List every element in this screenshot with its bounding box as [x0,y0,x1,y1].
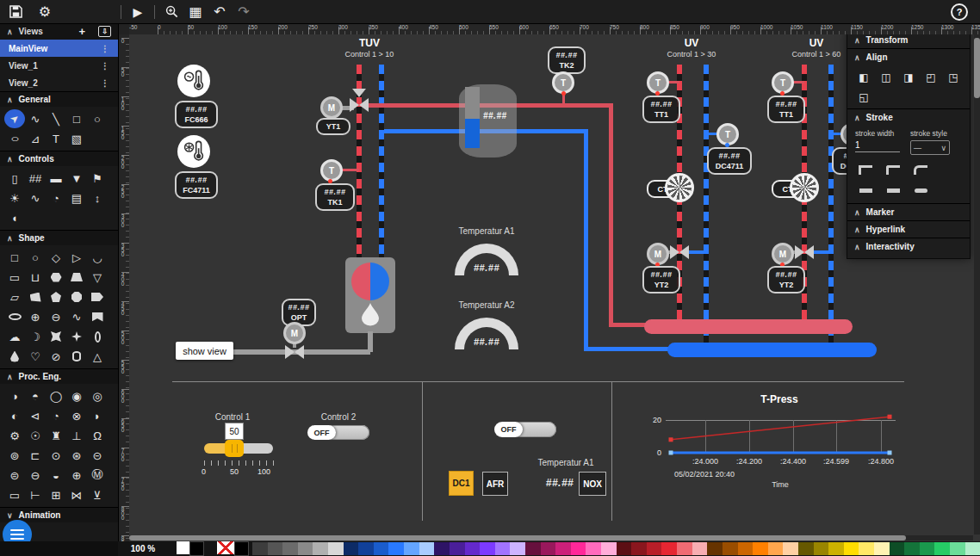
proc-valve-assembly[interactable]: ⊻ [87,485,108,504]
nox-button[interactable]: NOX [579,472,606,496]
column-title-tuv[interactable]: TUV [335,37,404,49]
color-swatch[interactable] [480,542,495,555]
color-swatch[interactable] [358,542,374,555]
stroke-style-select[interactable]: —∨ [910,140,950,155]
cold-line-uv2[interactable] [828,65,834,350]
canvas-area[interactable]: TUV Control 1 > 10 UV Control 1 > 30 UV … [118,23,980,541]
text-tool[interactable]: T [46,129,66,148]
cold-line-uv1[interactable] [704,65,709,350]
instrument-fc4711[interactable] [177,135,210,168]
hyperlink-section-header[interactable]: ∧Hyperlink [847,220,970,238]
color-swatch[interactable] [904,542,920,555]
show-view-button[interactable]: show view [176,342,233,360]
save-button[interactable] [3,2,28,22]
tag-dc4711[interactable]: ##.## DC4711 [707,147,752,175]
kebab-menu-icon[interactable]: ⋮ [101,44,109,53]
numeric-slider-control[interactable]: ▤ [66,188,87,207]
lens-shape[interactable] [87,327,108,346]
horizontal-scrollbar[interactable] [129,535,973,541]
align-vcenter-button[interactable]: ◳ [945,70,962,84]
color-swatch[interactable] [934,542,950,555]
control1-value-box[interactable]: 50 [225,423,244,440]
dropdown-control[interactable]: ▼ [66,169,87,188]
cold-line-tuv[interactable] [379,65,384,261]
align-hcenter-button[interactable]: ◫ [878,70,895,84]
color-swatch[interactable] [677,542,692,555]
tag-yt1[interactable]: YT1 [316,118,350,135]
hexagon-shape[interactable] [46,268,66,287]
views-section-header[interactable]: ∧ Views + ⇩ [0,23,118,40]
arrow-pentagon-shape[interactable] [87,287,108,306]
corner-miter-button[interactable] [855,164,876,176]
valve-opt[interactable] [285,345,304,359]
instrument-fc666[interactable] [177,65,210,97]
proc-heat-exchanger[interactable]: ⊖ [25,466,46,485]
button-control[interactable]: ▬ [46,169,66,188]
proc-conveyor[interactable]: ⚙ [4,426,25,445]
column-condition-uv2[interactable]: Control 1 > 60 [782,50,851,59]
lever-control[interactable]: ⚑ [87,169,108,188]
color-swatch[interactable] [374,542,389,555]
zoom-level[interactable]: 100 % [118,544,168,553]
proc-eng-section-header[interactable]: ∧Proc. Eng. [0,368,118,384]
view-item-view1[interactable]: View_1 ⋮ [0,57,118,74]
polygon-tool[interactable]: ⊿ [25,129,46,148]
control1-slider-handle[interactable] [225,440,244,457]
cold-supply-pipe-elbow[interactable] [584,347,670,351]
color-swatch[interactable] [844,542,859,555]
tag-tk1[interactable]: ##.## TK1 [315,183,355,211]
afr-button[interactable]: AFR [482,472,508,496]
trapezoid-shape[interactable] [66,268,87,287]
valve-yt2-uv2[interactable] [795,245,814,259]
color-swatch[interactable] [388,542,404,555]
line-tool[interactable]: ╲ [46,109,66,128]
tag-yt2-uv2[interactable]: ##.## YT2 [767,266,805,293]
kebab-menu-icon[interactable]: ⋮ [101,61,109,71]
main-menu-button[interactable] [3,520,32,541]
select-tool[interactable]: ➤ [4,109,25,128]
dc1-button[interactable]: DC1 [449,471,474,496]
color-swatch[interactable] [950,542,965,555]
proc-fan[interactable]: ⊛ [66,446,87,465]
proc-half-circle[interactable]: ◐ [4,406,25,425]
diamond-shape[interactable]: ◇ [46,248,66,267]
color-swatch[interactable] [783,542,798,555]
heart-shape[interactable]: ♡ [25,347,46,366]
triangle-right-shape[interactable]: ▷ [66,248,87,267]
pump-toggle[interactable]: OFF [494,422,556,437]
semicircle-shape[interactable]: ◡ [87,248,108,267]
sensor-tk1[interactable]: T [320,159,343,182]
proc-pipe-joint[interactable]: ⊏ [25,446,46,465]
corner-bevel-button[interactable] [910,164,931,176]
color-swatch[interactable] [707,542,723,555]
kebab-menu-icon[interactable]: ⋮ [101,78,109,88]
add-view-button[interactable]: + [78,25,85,38]
proc-motor[interactable]: Ⓜ [87,466,108,485]
align-right-button[interactable]: ◨ [900,70,917,84]
column-condition-tuv[interactable]: Control 1 > 10 [335,50,404,59]
brightness-control[interactable]: ☀ [4,188,25,207]
image-tool[interactable]: ▧ [66,129,87,148]
proc-ball-valve[interactable]: ⊗ [66,406,87,425]
proc-columns[interactable]: ⋈ [66,485,87,504]
color-swatch[interactable] [798,542,814,555]
proc-agitator[interactable]: ◉ [66,386,87,405]
hot-supply-pipe-down[interactable] [609,105,613,325]
numeric-control[interactable]: ## [25,169,46,188]
vertical-slider-control[interactable]: ↕ [87,188,108,207]
color-swatch[interactable] [328,542,344,555]
circle-cross-shape[interactable]: ⊕ [25,307,46,326]
moon-shape[interactable]: ☽ [25,327,46,346]
drop-shape[interactable] [4,347,25,366]
cap-square-button[interactable] [883,184,903,196]
control2-toggle[interactable]: OFF [307,425,369,440]
quad-shape[interactable] [25,287,46,306]
color-swatch[interactable] [753,542,768,555]
proc-vessel[interactable]: ◯ [46,386,66,405]
circle-shape[interactable]: ○ [25,248,46,267]
proc-tank[interactable]: ▭ [4,485,25,504]
color-swatch[interactable] [586,542,601,555]
color-swatch[interactable] [859,542,874,555]
color-swatch[interactable] [252,542,268,555]
cloud-shape[interactable]: ☁ [4,327,25,346]
